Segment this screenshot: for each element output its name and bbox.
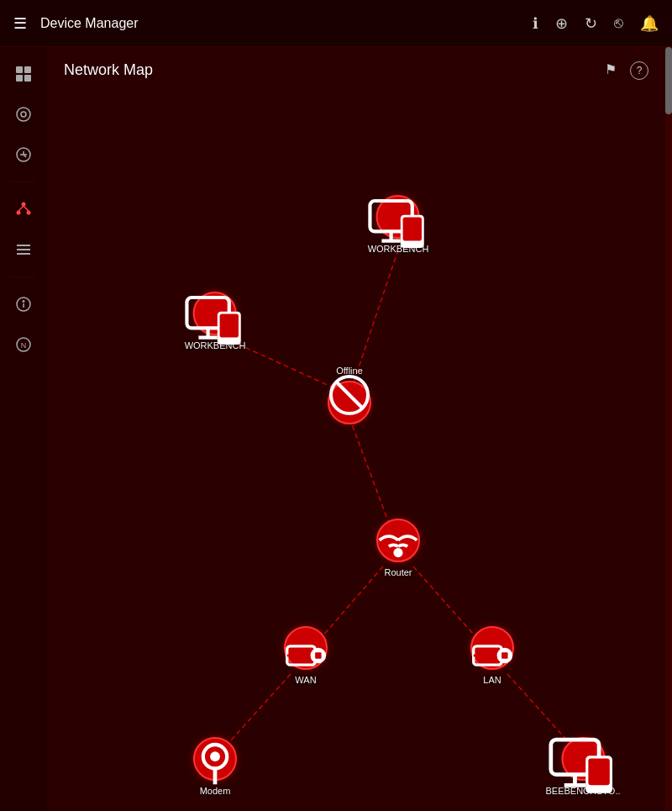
node-router[interactable]: Router [376, 519, 420, 577]
logout-header-icon[interactable]: ⎋ [614, 14, 623, 32]
svg-line-11 [24, 206, 29, 211]
help-icon[interactable]: ? [630, 61, 648, 80]
sidebar-divider-1 [11, 182, 36, 182]
scrollbar[interactable] [665, 47, 672, 811]
svg-text:N: N [21, 341, 27, 350]
node-workbench-left[interactable]: WORKBENCH [185, 292, 246, 350]
main-layout: N Network Map ⚑ ? [0, 47, 672, 811]
svg-point-7 [22, 203, 26, 207]
content-area: Network Map ⚑ ? [47, 47, 665, 811]
node-beebenchsto[interactable]: BEEBENCHSTO.. [545, 737, 620, 796]
page-title: Network Map [64, 61, 605, 79]
refresh-header-icon[interactable]: ↻ [585, 14, 597, 33]
node-offline[interactable]: Offline [328, 366, 371, 424]
sidebar-divider-2 [11, 276, 36, 277]
svg-line-38 [336, 382, 363, 408]
sidebar-item-network[interactable] [7, 192, 40, 226]
sidebar-item-activity[interactable] [7, 138, 40, 171]
content-header-icons: ⚑ ? [605, 61, 648, 80]
sidebar-item-n[interactable]: N [7, 328, 40, 361]
sidebar-item-info[interactable] [7, 287, 40, 321]
svg-rect-12 [17, 245, 30, 246]
svg-point-8 [17, 211, 21, 215]
node-circle-modem[interactable] [193, 737, 237, 781]
node-circle-offline[interactable] [328, 381, 371, 424]
sidebar-item-monitor[interactable] [7, 97, 40, 131]
node-wan[interactable]: WAN [284, 626, 328, 685]
content-header: Network Map ⚑ ? [47, 47, 665, 94]
node-workbench-top[interactable]: WORKBENCH [368, 195, 429, 254]
globe-header-icon[interactable]: ⊕ [555, 14, 568, 33]
network-map: WORKBENCH WORKBENCH Offline [47, 94, 665, 811]
bell-header-icon[interactable]: 🔔 [640, 14, 659, 33]
app-header: ☰ Device Manager ℹ ⊕ ↻ ⎋ 🔔 [0, 0, 672, 47]
svg-line-10 [18, 206, 24, 211]
pin-icon[interactable]: ⚑ [605, 61, 617, 80]
sidebar-item-list[interactable] [7, 233, 40, 266]
node-circle-wan[interactable] [284, 626, 328, 670]
svg-rect-1 [24, 66, 31, 73]
node-modem[interactable]: Modem [193, 737, 237, 796]
node-circle-beebenchsto[interactable] [561, 737, 605, 781]
svg-point-4 [17, 108, 30, 121]
svg-rect-55 [588, 758, 609, 785]
svg-point-9 [27, 211, 31, 215]
sidebar: N [0, 47, 47, 811]
node-circle-workbench-top[interactable] [376, 195, 420, 239]
menu-icon[interactable]: ☰ [13, 14, 27, 33]
svg-rect-3 [24, 75, 31, 82]
svg-rect-0 [16, 66, 23, 73]
svg-point-50 [210, 751, 220, 761]
scrollbar-thumb[interactable] [665, 47, 672, 114]
svg-rect-31 [403, 218, 422, 241]
info-header-icon[interactable]: ℹ [533, 14, 538, 33]
node-lan[interactable]: LAN [470, 626, 514, 685]
node-circle-workbench-left[interactable] [193, 292, 237, 335]
svg-point-5 [21, 112, 26, 117]
svg-rect-14 [17, 253, 30, 255]
header-icons: ℹ ⊕ ↻ ⎋ 🔔 [533, 14, 659, 33]
svg-rect-42 [315, 652, 321, 658]
svg-rect-36 [220, 314, 239, 338]
node-circle-router[interactable] [376, 519, 420, 562]
svg-rect-2 [16, 75, 23, 82]
sidebar-item-dashboard[interactable] [7, 57, 40, 91]
svg-rect-13 [17, 249, 30, 250]
svg-rect-46 [501, 652, 507, 658]
node-circle-lan[interactable] [470, 626, 514, 670]
svg-point-39 [393, 548, 402, 557]
app-title: Device Manager [40, 16, 533, 31]
svg-point-17 [23, 301, 24, 303]
